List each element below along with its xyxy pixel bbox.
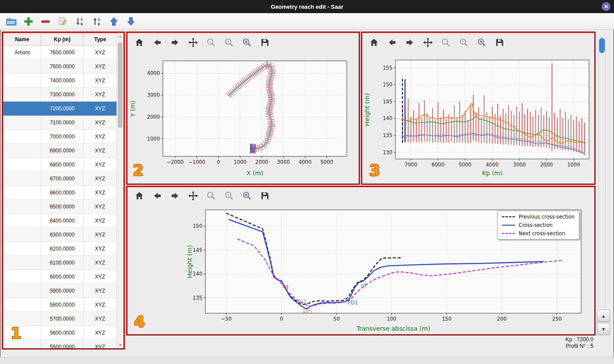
cell-kp[interactable]: 7300.0000 (41, 88, 84, 102)
cell-name[interactable] (4, 298, 41, 312)
remove-cross-section-button[interactable] (39, 15, 52, 28)
cell-name[interactable] (4, 116, 41, 130)
cell-type[interactable]: XYZ (84, 340, 117, 350)
cell-name[interactable] (4, 326, 41, 340)
table-row[interactable]: 7100.0000XYZ (4, 116, 117, 130)
cell-kp[interactable]: 6100.0000 (41, 256, 84, 270)
table-row[interactable]: 6100.0000XYZ (4, 256, 117, 270)
cell-kp[interactable]: 6800.0000 (41, 158, 84, 172)
cell-type[interactable]: XYZ (84, 130, 117, 144)
table-row[interactable]: 6000.0000XYZ (4, 270, 117, 284)
cell-kp[interactable]: 7200.0000 (41, 102, 84, 116)
table-scrollbar-thumb[interactable] (118, 42, 123, 128)
cell-name[interactable] (4, 340, 41, 350)
cell-name[interactable] (4, 130, 41, 144)
table-row[interactable]: 5800.0000XYZ (4, 298, 117, 312)
table-row[interactable]: 6400.0000XYZ (4, 214, 117, 228)
cell-type[interactable]: XYZ (84, 116, 117, 130)
cell-type[interactable]: XYZ (84, 256, 117, 270)
cell-name[interactable] (4, 214, 41, 228)
cell-kp[interactable]: 6400.0000 (41, 214, 84, 228)
zoom-info-icon[interactable] (223, 190, 235, 201)
cell-name[interactable] (4, 88, 41, 102)
cell-type[interactable]: XYZ (84, 228, 117, 242)
cell-name[interactable] (4, 242, 41, 256)
cell-type[interactable]: XYZ (84, 102, 117, 116)
cell-kp[interactable]: 6700.0000 (41, 172, 84, 186)
cell-kp[interactable]: 5800.0000 (41, 298, 84, 312)
forward-icon[interactable] (169, 37, 181, 48)
home-icon[interactable] (368, 37, 380, 48)
forward-icon[interactable] (169, 190, 181, 201)
add-cross-section-button[interactable] (22, 15, 35, 28)
cell-name[interactable] (4, 102, 41, 116)
cell-name[interactable] (4, 158, 41, 172)
cell-name[interactable]: Amont (4, 46, 41, 60)
cell-kp[interactable]: 7400.0000 (41, 74, 84, 88)
table-row[interactable]: 6700.0000XYZ (4, 172, 117, 186)
home-icon[interactable] (134, 190, 145, 201)
cell-name[interactable] (4, 284, 41, 298)
zoom-icon[interactable] (440, 37, 452, 48)
save-icon[interactable] (259, 37, 271, 48)
cell-type[interactable]: XYZ (84, 46, 117, 60)
table-row[interactable]: 6600.0000XYZ (4, 186, 117, 200)
table-row[interactable]: 7500.0000XYZ (4, 60, 117, 74)
zoom-info-icon[interactable] (223, 37, 235, 48)
save-icon[interactable] (494, 37, 505, 48)
table-row[interactable]: 7300.0000XYZ (4, 88, 117, 102)
cell-kp[interactable]: 6900.0000 (41, 144, 84, 158)
cell-kp[interactable]: 6300.0000 (41, 228, 84, 242)
zoom-plus-icon[interactable] (241, 190, 253, 201)
title-bar[interactable]: Geometry reach edit - Saar ✕ (0, 0, 614, 13)
cell-kp[interactable]: 5600.0000 (41, 326, 84, 340)
cell-type[interactable]: XYZ (84, 298, 117, 312)
forward-icon[interactable] (404, 37, 416, 48)
cell-name[interactable] (4, 256, 41, 270)
profile-down-button[interactable]: ▼ (597, 323, 610, 335)
table-row[interactable]: 7400.0000XYZ (4, 74, 117, 88)
sort-descending-button[interactable]: 1 9 (91, 15, 103, 28)
zoom-icon[interactable] (205, 190, 217, 201)
pan-icon[interactable] (187, 190, 199, 201)
cell-type[interactable]: XYZ (84, 60, 117, 74)
cell-kp[interactable]: 7100.0000 (41, 116, 84, 130)
move-down-button[interactable] (125, 15, 137, 28)
plan-chart-canvas[interactable]: −2000−1000010002000300040005000100020003… (127, 52, 359, 184)
cell-kp[interactable]: 6600.0000 (41, 186, 84, 200)
cell-kp[interactable]: 7000.0000 (41, 130, 84, 144)
save-icon[interactable] (259, 190, 271, 201)
window-scrollbar-thumb[interactable] (599, 38, 605, 53)
table-scrollbar[interactable]: ▲ ▼ (116, 33, 124, 348)
table-row[interactable]: 6800.0000XYZ (4, 158, 117, 172)
cell-name[interactable] (4, 144, 41, 158)
move-up-button[interactable] (108, 15, 120, 28)
zoom-info-icon[interactable] (458, 37, 469, 48)
cell-type[interactable]: XYZ (84, 158, 117, 172)
cell-name[interactable] (4, 200, 41, 214)
table-row[interactable]: 5700.0000XYZ (4, 312, 117, 326)
cell-name[interactable] (4, 312, 41, 326)
cell-type[interactable]: XYZ (84, 88, 117, 102)
zoom-icon[interactable] (205, 37, 217, 48)
cell-kp[interactable]: 6500.0000 (41, 200, 84, 214)
cell-type[interactable]: XYZ (84, 270, 117, 284)
scroll-down-icon[interactable]: ▼ (117, 343, 124, 346)
cell-type[interactable]: XYZ (84, 74, 117, 88)
cell-name[interactable] (4, 186, 41, 200)
edit-cross-section-button[interactable] (56, 15, 69, 28)
window-scrollbar[interactable] (598, 37, 606, 307)
table-row[interactable]: 6300.0000XYZ (4, 228, 117, 242)
cell-type[interactable]: XYZ (84, 326, 117, 340)
pan-icon[interactable] (187, 37, 199, 48)
sort-ascending-button[interactable]: 1 9 (74, 15, 86, 28)
zoom-plus-icon[interactable] (241, 37, 253, 48)
cell-type[interactable]: XYZ (84, 312, 117, 326)
table-row[interactable]: 5900.0000XYZ (4, 284, 117, 298)
cell-kp[interactable]: 5500.0000 (41, 340, 84, 350)
table-row[interactable]: 6200.0000XYZ (4, 242, 117, 256)
cell-name[interactable] (4, 270, 41, 284)
cell-name[interactable] (4, 74, 41, 88)
col-header-kp[interactable]: Kp (m) (41, 33, 84, 46)
cell-type[interactable]: XYZ (84, 284, 117, 298)
